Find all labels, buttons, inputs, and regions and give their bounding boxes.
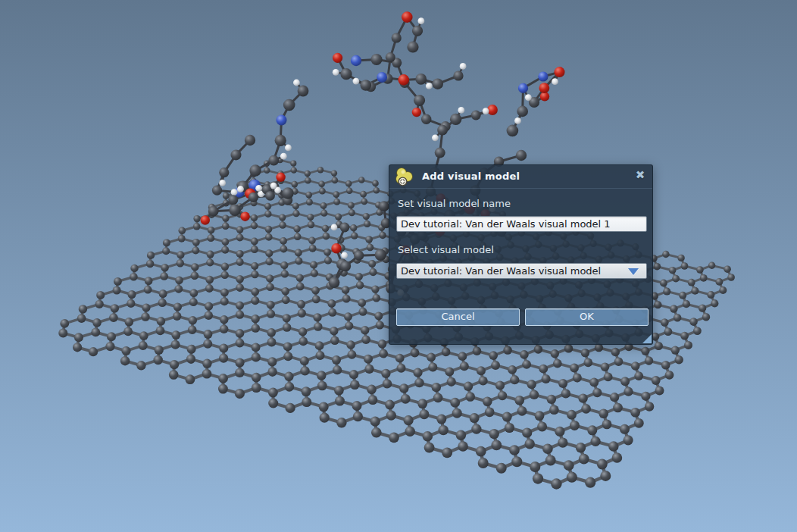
- ok-button[interactable]: OK: [525, 308, 649, 326]
- dropdown-selected-value: Dev tutorial: Van der Waals visual model: [401, 265, 601, 277]
- chevron-down-icon: [628, 268, 639, 275]
- visual-model-name-input[interactable]: [396, 216, 647, 232]
- dialog-titlebar[interactable]: Add visual model ✖: [389, 165, 652, 189]
- cancel-button[interactable]: Cancel: [396, 308, 520, 326]
- dialog-title: Add visual model: [422, 171, 520, 182]
- close-icon[interactable]: ✖: [633, 168, 647, 182]
- add-visual-model-dialog: Add visual model ✖ Set visual model name…: [389, 164, 653, 345]
- resize-handle[interactable]: [642, 334, 652, 343]
- visual-model-dropdown[interactable]: Dev tutorial: Van der Waals visual model: [396, 263, 647, 279]
- name-field-label: Set visual model name: [398, 198, 511, 209]
- add-model-icon: [394, 167, 414, 187]
- select-field-label: Select visual model: [398, 244, 494, 255]
